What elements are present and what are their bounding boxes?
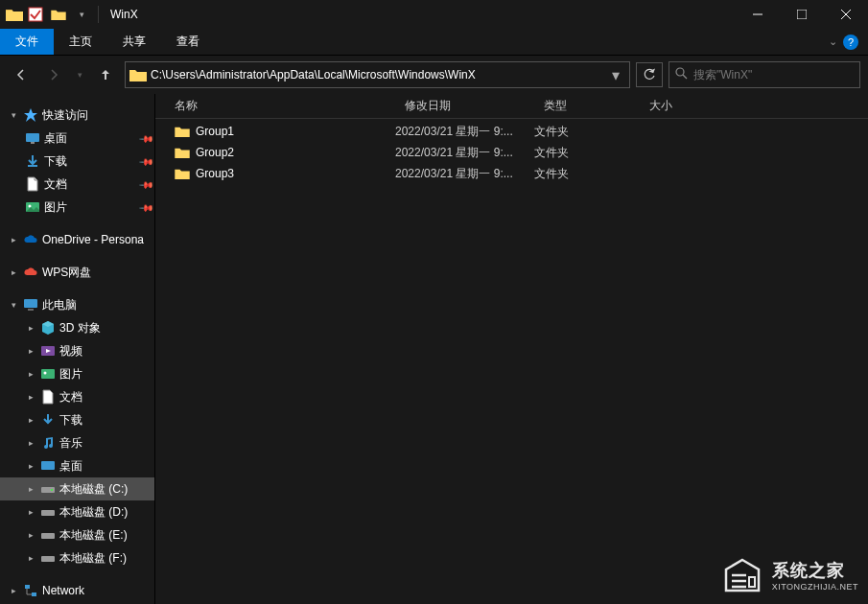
col-header-name[interactable]: 名称 bbox=[155, 98, 395, 114]
forward-button[interactable] bbox=[40, 61, 67, 88]
sidebar-item-downloads-pc[interactable]: ▸ 下载 bbox=[0, 408, 154, 431]
document-icon bbox=[40, 389, 56, 405]
chevron-right-icon[interactable]: ▸ bbox=[25, 323, 36, 333]
desktop-icon bbox=[25, 130, 40, 146]
chevron-right-icon[interactable]: ▸ bbox=[25, 553, 36, 563]
sidebar-item-3d[interactable]: ▸ 3D 对象 bbox=[0, 316, 154, 339]
pin-icon: 📌 bbox=[139, 131, 153, 146]
picture-icon bbox=[25, 199, 40, 215]
app-folder-icon bbox=[6, 8, 23, 21]
chevron-right-icon[interactable]: ▸ bbox=[25, 369, 36, 379]
address-input[interactable] bbox=[151, 68, 604, 81]
sidebar-item-drive-f[interactable]: ▸ 本地磁盘 (F:) bbox=[0, 546, 154, 569]
refresh-button[interactable] bbox=[636, 62, 663, 87]
ribbon-tabs: 文件 主页 共享 查看 ⌄ ? bbox=[0, 29, 868, 56]
sidebar-item-label: 图片 bbox=[59, 366, 154, 383]
sidebar-item-downloads[interactable]: 下载 📌 bbox=[0, 150, 154, 173]
svg-rect-8 bbox=[31, 142, 35, 144]
chevron-right-icon[interactable]: ▸ bbox=[8, 267, 19, 277]
sidebar-network[interactable]: ▸ Network bbox=[0, 579, 154, 602]
chevron-right-icon[interactable]: ▸ bbox=[25, 438, 36, 448]
sidebar-item-label: Network bbox=[42, 584, 154, 597]
qat-folder-icon[interactable] bbox=[48, 4, 69, 25]
sidebar-item-drive-c[interactable]: ▸ 本地磁盘 (C:) bbox=[0, 477, 154, 500]
search-box[interactable] bbox=[669, 61, 860, 88]
sidebar-onedrive[interactable]: ▸ OneDrive - Persona bbox=[0, 228, 154, 251]
chevron-right-icon[interactable]: ▸ bbox=[25, 461, 36, 471]
qat-checkbox-icon[interactable] bbox=[25, 4, 46, 25]
help-icon[interactable]: ? bbox=[843, 35, 858, 50]
svg-rect-23 bbox=[25, 585, 30, 589]
sidebar-item-pictures[interactable]: 图片 📌 bbox=[0, 196, 154, 219]
titlebar-separator bbox=[98, 6, 99, 23]
chevron-right-icon[interactable]: ▸ bbox=[25, 346, 36, 356]
sidebar-item-label: 快速访问 bbox=[42, 107, 154, 124]
file-name: Group3 bbox=[196, 167, 234, 180]
svg-rect-12 bbox=[24, 299, 37, 308]
file-row[interactable]: Group22022/03/21 星期一 9:...文件夹 bbox=[155, 142, 868, 163]
ribbon-collapse-icon[interactable]: ⌄ bbox=[829, 35, 837, 48]
sidebar-item-music[interactable]: ▸ 音乐 bbox=[0, 431, 154, 454]
chevron-down-icon[interactable]: ▾ bbox=[8, 300, 19, 310]
minimize-button[interactable] bbox=[736, 0, 780, 29]
address-dropdown-icon[interactable]: ▾ bbox=[604, 62, 625, 87]
col-header-size[interactable]: 大小 bbox=[640, 98, 716, 114]
sidebar-item-drive-e[interactable]: ▸ 本地磁盘 (E:) bbox=[0, 523, 154, 546]
chevron-right-icon[interactable]: ▸ bbox=[25, 392, 36, 402]
search-input[interactable] bbox=[693, 68, 854, 81]
chevron-right-icon[interactable]: ▸ bbox=[25, 530, 36, 540]
sidebar-wps[interactable]: ▸ WPS网盘 bbox=[0, 261, 154, 284]
sidebar-item-label: 本地磁盘 (F:) bbox=[59, 550, 154, 567]
sidebar-item-pictures-pc[interactable]: ▸ 图片 bbox=[0, 362, 154, 385]
file-row[interactable]: Group12022/03/21 星期一 9:...文件夹 bbox=[155, 121, 868, 142]
cloud-icon bbox=[23, 232, 38, 247]
sidebar-item-documents[interactable]: 文档 📌 bbox=[0, 173, 154, 196]
titlebar: ▾ WinX bbox=[0, 0, 868, 29]
sidebar-item-desktop[interactable]: 桌面 📌 bbox=[0, 127, 154, 150]
chevron-right-icon[interactable]: ▸ bbox=[8, 586, 19, 595]
qat-dropdown-icon[interactable]: ▾ bbox=[71, 4, 92, 25]
maximize-button[interactable] bbox=[780, 0, 824, 29]
sidebar-item-label: 本地磁盘 (E:) bbox=[59, 527, 154, 544]
col-header-date[interactable]: 修改日期 bbox=[395, 98, 534, 114]
cube-icon bbox=[40, 320, 56, 336]
tab-share[interactable]: 共享 bbox=[107, 29, 161, 55]
file-type: 文件夹 bbox=[534, 124, 640, 140]
chevron-right-icon[interactable]: ▸ bbox=[25, 415, 36, 425]
sidebar-quick-access[interactable]: ▾ 快速访问 bbox=[0, 104, 154, 127]
sidebar-item-videos[interactable]: ▸ 视频 bbox=[0, 339, 154, 362]
chevron-down-icon[interactable]: ▾ bbox=[8, 110, 19, 120]
svg-rect-2 bbox=[797, 10, 807, 19]
svg-rect-20 bbox=[41, 510, 55, 516]
sidebar-item-drive-d[interactable]: ▸ 本地磁盘 (D:) bbox=[0, 500, 154, 523]
sidebar-item-label: 文档 bbox=[59, 389, 154, 406]
recent-dropdown-icon[interactable]: ▾ bbox=[73, 61, 86, 88]
address-bar[interactable]: ▾ bbox=[125, 61, 630, 88]
up-button[interactable] bbox=[92, 61, 119, 88]
sidebar-item-label: 下载 bbox=[44, 153, 137, 170]
sidebar-this-pc[interactable]: ▾ 此电脑 bbox=[0, 293, 154, 316]
chevron-right-icon[interactable]: ▸ bbox=[8, 235, 19, 244]
desktop-icon bbox=[40, 458, 56, 474]
chevron-right-icon[interactable]: ▸ bbox=[25, 484, 36, 494]
file-type: 文件夹 bbox=[534, 166, 640, 182]
file-row[interactable]: Group32022/03/21 星期一 9:...文件夹 bbox=[155, 163, 868, 184]
sidebar-item-label: 音乐 bbox=[59, 435, 154, 452]
close-button[interactable] bbox=[824, 0, 868, 29]
file-name: Group2 bbox=[196, 146, 234, 159]
svg-point-16 bbox=[44, 372, 47, 375]
col-header-type[interactable]: 类型 bbox=[534, 98, 640, 114]
sidebar-item-documents-pc[interactable]: ▸ 文档 bbox=[0, 385, 154, 408]
pc-icon bbox=[23, 297, 38, 313]
sidebar-item-label: 桌面 bbox=[44, 130, 137, 147]
search-icon bbox=[675, 66, 688, 83]
chevron-right-icon[interactable]: ▸ bbox=[25, 507, 36, 517]
file-type: 文件夹 bbox=[534, 145, 640, 161]
tab-view[interactable]: 查看 bbox=[161, 29, 215, 55]
svg-rect-17 bbox=[41, 461, 55, 470]
back-button[interactable] bbox=[8, 61, 35, 88]
tab-file[interactable]: 文件 bbox=[0, 29, 54, 55]
sidebar-item-desktop-pc[interactable]: ▸ 桌面 bbox=[0, 454, 154, 477]
tab-home[interactable]: 主页 bbox=[54, 29, 107, 55]
file-name: Group1 bbox=[196, 125, 234, 138]
